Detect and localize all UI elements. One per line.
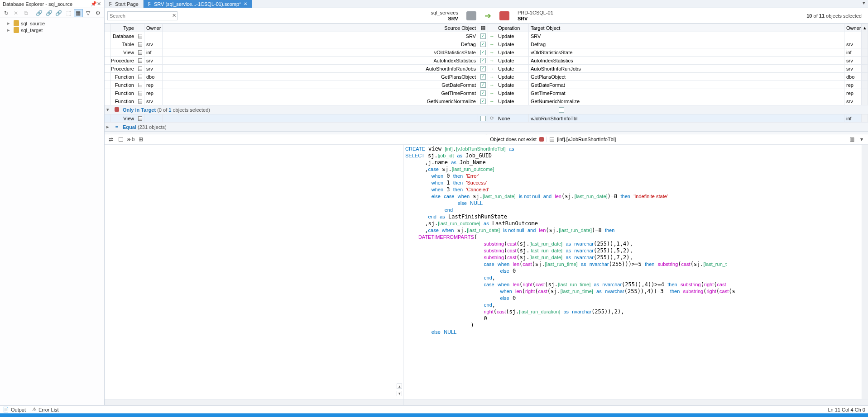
only-target-label: Only in Target [123,107,156,113]
row-operation[interactable]: None [496,114,529,122]
row-checkbox[interactable] [480,33,486,39]
table-row[interactable]: Function srv GetNumericNormalize → Updat… [105,97,868,105]
update-arrow-icon: → [488,32,496,40]
only-target-row[interactable]: View ⟳ None vJobRunShortInfoTbl inf [105,114,868,123]
table-row[interactable]: Database SRV → Update SRV [105,32,868,40]
diff-left-pane: ▴ ▾ [105,145,403,405]
filter-icon[interactable]: ▽ [84,9,93,17]
row-operation[interactable]: Update [496,89,529,97]
dropdown-icon[interactable]: ▾ [857,135,866,143]
error-list-tab[interactable]: ⚠ Error List [32,407,59,412]
refresh-icon[interactable]: ↻ [2,9,11,17]
row-checkbox[interactable] [480,74,486,80]
row-operation[interactable]: Update [496,81,529,89]
row-checkbox[interactable] [480,99,486,104]
col-target-owner[interactable]: Owner [844,24,862,32]
case-icon[interactable]: a·b [126,135,135,143]
doc-tab[interactable]: ⎘Start Page [105,0,144,8]
target-db-icon [499,11,509,20]
database-icon [14,28,19,33]
explorer-tab[interactable]: Database Explorer - sql_source 📌 ✕ [0,0,105,8]
right-vscrollbar[interactable] [862,145,868,399]
row-checkbox[interactable] [480,58,486,63]
only-target-checkbox[interactable] [559,107,564,113]
table-row[interactable]: Function dbo GetPlansObject → Update Get… [105,73,868,81]
left-code-editor[interactable] [105,145,403,399]
group-icon: ⬚ [64,9,73,17]
row-checkbox[interactable] [480,50,486,55]
nav-up-icon[interactable]: ▴ [397,384,402,389]
doc-tab[interactable]: ⎘SRV (sql_service...-1CSQL-01).scomp*✕ [144,0,252,8]
table-row[interactable]: Table srv Defrag → Update Defrag srv [105,40,868,48]
table-row[interactable]: Procedure srv AutoShortInfoRunJobs → Upd… [105,65,868,73]
row-operation[interactable]: Update [496,40,529,48]
right-code-editor[interactable]: CREATE view [inf].[vJobRunShortInfoTbl] … [403,145,862,399]
database-icon [14,21,19,26]
diff-panes: ▴ ▾ CREATE view [inf].[vJobRunShortInfoT… [105,144,868,405]
highlight-toggle[interactable]: ▦ [74,9,83,17]
tree-item[interactable]: ▸sql_source [1,20,103,27]
tree-item[interactable]: ▸sql_target [1,27,103,33]
close-icon[interactable]: ✕ [96,1,101,7]
expand-icon[interactable]: ▸ [106,124,111,130]
whitespace-icon[interactable]: ⊞ [136,135,145,143]
scroll-up-icon[interactable]: ▴ [862,24,868,32]
search-input[interactable] [110,13,172,19]
row-operation[interactable]: Update [496,57,529,64]
col-type[interactable]: Type [111,24,136,32]
table-row[interactable]: View inf vOldStatisticsState → Update vO… [105,48,868,57]
row-operation[interactable]: Update [496,32,529,40]
row-checkbox[interactable] [480,82,486,88]
equal-count: (231 objects) [138,124,167,130]
tabs-dropdown-icon[interactable]: ▾ [860,0,868,8]
left-hscrollbar[interactable] [105,399,403,405]
right-diff-title: [inf].[vJobRunShortInfoTbl] [557,137,616,142]
col-checkbox-icon[interactable]: ▦ [478,24,488,32]
collapse-icon[interactable]: ▾ [106,107,111,113]
update-arrow-icon: → [488,65,496,72]
table-row[interactable]: Function rep GetDateFormat → Update GetD… [105,81,868,89]
numbers-icon[interactable] [116,135,125,143]
link1-icon: 🔗 [35,9,44,17]
row-checkbox[interactable] [480,66,486,71]
row-operation[interactable]: Update [496,73,529,81]
cursor-position: Ln 11 Col 4 Ch 0 [828,407,865,412]
row-checkbox[interactable] [480,116,486,121]
footer-accent [0,413,868,417]
row-operation[interactable]: Update [496,97,529,105]
equal-section[interactable]: ▸ = Equal (231 objects) [105,123,868,132]
table-row[interactable]: Procedure srv AutoIndexStatistics → Upda… [105,57,868,65]
equal-label: Equal [123,124,136,130]
source-node: SRV [448,16,458,21]
update-arrow-icon: → [488,81,496,89]
row-operation[interactable]: Update [496,48,529,56]
database-explorer-sidebar: ↻ ✕ ⧉ 🔗 🔗 🔗 ⬚ ▦ ▽ ⚙ ▸sql_source▸sql_targ… [0,8,105,405]
explorer-toolbar: ↻ ✕ ⧉ 🔗 🔗 🔗 ⬚ ▦ ▽ ⚙ [0,8,104,18]
tab-close-icon[interactable]: ✕ [244,1,247,6]
row-operation[interactable]: Update [496,65,529,72]
output-tab[interactable]: 📄 Output [3,407,26,412]
nav-down-icon[interactable]: ▾ [397,391,402,396]
table-row[interactable]: Function rep GetTimeFormat → Update GetT… [105,89,868,97]
settings-icon[interactable]: ⚙ [93,9,102,17]
col-source-object[interactable]: Source Object [163,24,478,32]
type-icon [138,75,142,79]
only-in-target-section[interactable]: ▾ Only in Target (0 of 1 objects selecte… [105,105,868,114]
col-operation[interactable]: Operation [496,24,529,32]
target-info: PRD-1CSQL-01 SRV [518,10,553,21]
col-target-object[interactable]: Target Object [529,24,844,32]
diff-right-pane: CREATE view [inf].[vJobRunShortInfoTbl] … [403,145,868,405]
right-hscrollbar[interactable] [403,399,868,405]
search-box[interactable]: ✕ [107,11,177,20]
row-checkbox[interactable] [480,90,486,96]
status-bar: 📄 Output ⚠ Error List Ln 11 Col 4 Ch 0 [0,405,868,413]
clear-search-icon[interactable]: ✕ [172,13,176,19]
source-db-icon [466,11,476,20]
col-owner[interactable]: Owner [144,24,163,32]
layout-icon[interactable]: ▥ [847,135,856,143]
comparison-grid: Type Owner Source Object ▦ Operation Tar… [105,24,868,132]
row-checkbox[interactable] [480,42,486,47]
swap-icon[interactable]: ⇄ [106,135,115,143]
type-icon [138,50,142,55]
pin-icon[interactable]: 📌 [91,1,96,7]
